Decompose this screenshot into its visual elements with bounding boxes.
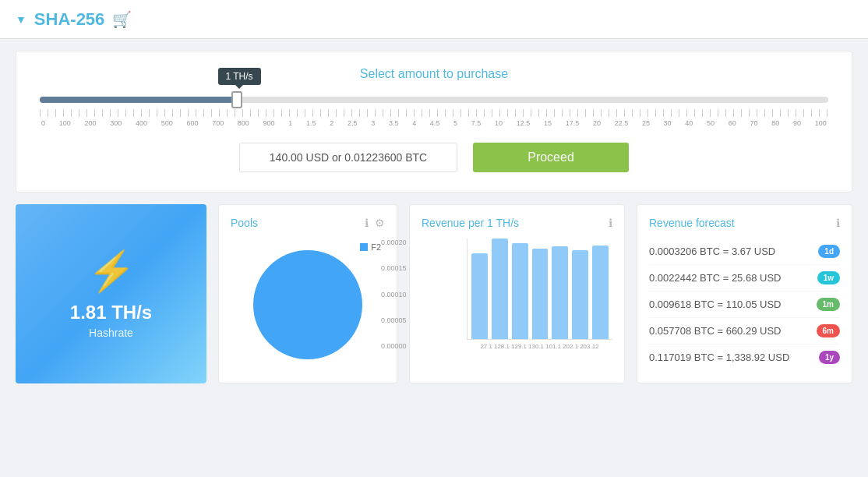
cards-row: ⚡ 1.81 TH/s Hashrate Pools ℹ ⚙ F2 (16, 204, 852, 383)
bar-1 (471, 253, 488, 339)
slider-container: 1 TH/s 0 100 200 300 400 500 600 700 800… (40, 97, 828, 127)
hashrate-label: Hashrate (89, 327, 133, 339)
forecast-header: Revenue forecast ℹ (649, 217, 840, 229)
forecast-row-1d: 0.0003206 BTC = 3.67 USD 1d (649, 238, 840, 265)
revenue-title: Revenue per 1 TH/s (422, 217, 519, 229)
dropdown-arrow-icon[interactable]: ▼ (16, 13, 26, 26)
info-icon[interactable]: ℹ (365, 217, 369, 229)
purchase-card: Select amount to purchase 1 TH/s 0 100 2… (16, 51, 852, 193)
hashrate-card: ⚡ 1.81 TH/s Hashrate (16, 204, 206, 383)
revenue-per-th-card: Revenue per 1 TH/s ℹ 0.00000 0.00005 0.0… (409, 204, 625, 383)
forecast-value-1w: 0.0022442 BTC = 25.68 USD (649, 272, 781, 284)
pools-title: Pools (231, 217, 258, 229)
bar-5 (552, 246, 568, 339)
bar-area (467, 238, 612, 340)
revenue-icons: ℹ (609, 217, 612, 229)
top-bar: ▼ SHA-256 🛒 (0, 0, 868, 39)
forecast-row-6m: 0.057708 BTC = 660.29 USD 6m (649, 318, 840, 344)
legend-label: F2 (371, 242, 381, 252)
bar-3 (512, 243, 528, 339)
info-icon[interactable]: ℹ (609, 217, 612, 229)
revenue-forecast-card: Revenue forecast ℹ 0.0003206 BTC = 3.67 … (637, 204, 852, 383)
forecast-badge-1w: 1w (817, 271, 840, 284)
forecast-badge-1d: 1d (818, 245, 840, 258)
purchase-bottom: 140.00 USD or 0.01223600 BTC Proceed (40, 143, 828, 172)
purchase-title: Select amount to purchase (40, 67, 828, 81)
bar-7 (592, 246, 609, 339)
forecast-badge-1y: 1y (819, 351, 840, 364)
pools-card: Pools ℹ ⚙ F2 (218, 204, 397, 383)
ruler-bar (40, 109, 828, 117)
pools-legend: F2 (360, 242, 381, 252)
pools-header: Pools ℹ ⚙ (231, 217, 385, 229)
slider-thumb[interactable]: 1 TH/s (231, 91, 242, 108)
forecast-value-1d: 0.0003206 BTC = 3.67 USD (649, 246, 775, 257)
main-content: Select amount to purchase 1 TH/s 0 100 2… (0, 39, 868, 395)
slider-fill (40, 97, 237, 103)
settings-icon[interactable]: ⚙ (375, 217, 385, 229)
proceed-button[interactable]: Proceed (473, 143, 629, 172)
forecast-value-1m: 0.009618 BTC = 110.05 USD (649, 299, 781, 310)
pools-content: F2 (231, 238, 385, 371)
pie-chart (253, 250, 362, 359)
slider-tooltip: 1 TH/s (218, 68, 261, 85)
forecast-icons: ℹ (836, 217, 840, 229)
forecast-row-1y: 0.117019 BTC = 1,338.92 USD 1y (649, 344, 840, 370)
forecast-row-1w: 0.0022442 BTC = 25.68 USD 1w (649, 265, 840, 292)
legend-box (360, 243, 368, 251)
price-display: 140.00 USD or 0.01223600 BTC (239, 143, 457, 172)
cart-icon[interactable]: 🛒 (112, 10, 132, 29)
bar-2 (492, 238, 508, 339)
algorithm-title: SHA-256 (34, 9, 104, 30)
info-icon[interactable]: ℹ (836, 217, 840, 229)
lightning-icon: ⚡ (87, 249, 136, 294)
x-axis-labels: 27.1 128.1 129.1 130.1 101.1 202.1 203.1… (467, 343, 612, 350)
forecast-title: Revenue forecast (649, 217, 735, 229)
forecast-badge-6m: 6m (817, 324, 840, 337)
hashrate-value: 1.81 TH/s (70, 302, 152, 323)
forecast-value-6m: 0.057708 BTC = 660.29 USD (649, 325, 781, 337)
y-axis-labels: 0.00000 0.00005 0.00010 0.00015 0.00020 (381, 238, 407, 350)
forecast-badge-1m: 1m (817, 298, 840, 311)
page-title: ▼ SHA-256 🛒 (16, 9, 132, 30)
forecast-rows: 0.0003206 BTC = 3.67 USD 1d 0.0022442 BT… (649, 238, 840, 370)
forecast-value-1y: 0.117019 BTC = 1,338.92 USD (649, 352, 789, 363)
forecast-row-1m: 0.009618 BTC = 110.05 USD 1m (649, 292, 840, 318)
tick-marks: 0 100 200 300 400 500 600 700 800 900 1 … (40, 119, 828, 127)
revenue-header: Revenue per 1 TH/s ℹ (422, 217, 612, 229)
bar-chart: 0.00000 0.00005 0.00010 0.00015 0.00020 (422, 238, 612, 363)
pools-icons: ℹ ⚙ (365, 217, 385, 229)
bar-6 (572, 250, 588, 339)
slider-track: 1 TH/s (40, 97, 828, 103)
bar-4 (532, 249, 549, 339)
